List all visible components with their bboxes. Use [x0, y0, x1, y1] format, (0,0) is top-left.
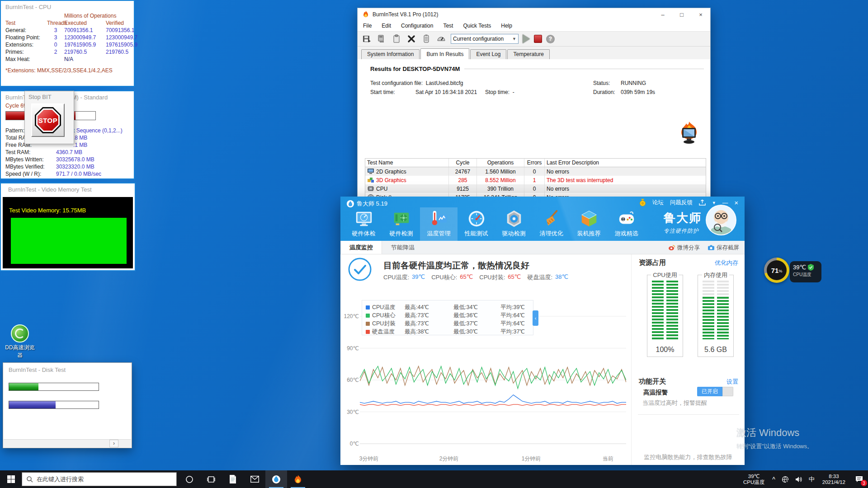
- optimize-memory-link[interactable]: 优化内存: [715, 259, 738, 267]
- tab-temperature[interactable]: Temperature: [507, 49, 549, 59]
- scroll-right-arrow[interactable]: ›: [109, 440, 118, 447]
- status-value: RUNNING: [621, 80, 646, 86]
- stop-bit-button[interactable]: STOP: [31, 103, 65, 137]
- tray-volume-icon[interactable]: [792, 470, 806, 488]
- tray-chevron-up-icon[interactable]: ^: [769, 470, 778, 488]
- forum-link[interactable]: 论坛: [652, 199, 664, 206]
- start-tests-button[interactable]: [523, 34, 530, 43]
- header-test-name[interactable]: Test Name: [365, 159, 449, 167]
- save-screenshot-button[interactable]: 保存截屏: [708, 244, 739, 252]
- nav-hardware-checkup[interactable]: 硬件体检: [345, 207, 382, 241]
- legend-collapse-button[interactable]: ‹: [533, 310, 538, 326]
- nav-game-picks[interactable]: 游戏精选: [608, 207, 645, 241]
- taskbar-notepad-app[interactable]: [222, 470, 244, 488]
- task-view-icon: [207, 476, 215, 483]
- activate-windows-watermark: 激活 Windows 转到“设置”以激活 Windows。: [736, 426, 813, 450]
- tab-event-log[interactable]: Event Log: [470, 49, 506, 59]
- notes-icon[interactable]: [421, 34, 432, 44]
- nav-temperature-management[interactable]: 温度管理: [420, 207, 458, 241]
- nav-performance-test[interactable]: 性能测试: [458, 207, 495, 241]
- nav-pc-builder[interactable]: 装机推荐: [570, 207, 608, 241]
- table-row[interactable]: CPU 9125 390 Trillion 0 No errors: [365, 184, 706, 193]
- window-title[interactable]: BurnInTest - Video Memory Test: [1, 183, 135, 195]
- gauge-icon[interactable]: [436, 34, 447, 44]
- cortana-button[interactable]: [179, 470, 200, 488]
- cfg-label: Test configuration file:: [370, 80, 423, 86]
- clipboard-icon[interactable]: [391, 34, 402, 44]
- stop-tests-button[interactable]: [534, 35, 542, 43]
- delete-icon[interactable]: [406, 34, 417, 44]
- performance-test-icon: [467, 209, 486, 228]
- taskbar-mail-app[interactable]: [244, 470, 265, 488]
- tab-temperature-monitor[interactable]: 温度监控: [340, 241, 382, 254]
- header-operations[interactable]: Operations: [477, 159, 524, 167]
- taskbar-search-box[interactable]: 在此键入进行搜索: [22, 472, 177, 486]
- menu-test[interactable]: Test: [443, 23, 453, 29]
- legend-swatch: [366, 314, 370, 318]
- taskbar-master-lu-app[interactable]: [265, 470, 287, 488]
- tab-system-information[interactable]: System Information: [361, 49, 420, 59]
- share-icon[interactable]: [699, 200, 706, 206]
- nav-driver-detect[interactable]: 驱动检测: [495, 207, 533, 241]
- max-heat-label: Max Heat:: [5, 56, 47, 63]
- notification-center-button[interactable]: 3: [850, 470, 868, 488]
- resource-usage-title: 资源占用: [639, 258, 666, 267]
- taskbar: 在此键入进行搜索 39℃ CPU温度 ^: [0, 470, 868, 488]
- toggle-knob: [722, 387, 733, 396]
- mail-icon: [250, 476, 259, 483]
- configuration-select[interactable]: Current configuration ▼: [451, 34, 519, 44]
- tab-burn-in-results[interactable]: Burn In Results: [420, 48, 469, 59]
- close-button[interactable]: ×: [691, 8, 710, 21]
- tray-clock[interactable]: 8:33 2021/4/12: [818, 474, 850, 485]
- switches-title: 功能开关: [639, 377, 666, 386]
- window-title[interactable]: BurnInTest - CPU: [1, 1, 134, 12]
- horizontal-scrollbar[interactable]: ›: [4, 439, 131, 447]
- hardware-detect-icon: [392, 209, 411, 228]
- minimize-button[interactable]: –: [653, 8, 672, 21]
- menu-quick-tests[interactable]: Quick Tests: [463, 23, 491, 29]
- close-button[interactable]: ×: [734, 199, 738, 206]
- settings-link[interactable]: 设置: [726, 378, 738, 386]
- menu-help[interactable]: Help: [501, 23, 512, 29]
- widget-temp-label: CPU温度: [793, 272, 818, 278]
- menu-file[interactable]: File: [363, 23, 372, 29]
- high-temp-alarm-toggle[interactable]: 已开启: [697, 387, 733, 396]
- tray-network-icon[interactable]: [778, 470, 792, 488]
- system-info-icon[interactable]: [376, 34, 387, 44]
- tray-cpu-temp[interactable]: 39℃ CPU温度: [739, 474, 769, 485]
- menu-edit[interactable]: Edit: [382, 23, 391, 29]
- tray-ime-indicator[interactable]: 中: [806, 470, 818, 488]
- header-cycle[interactable]: Cycle: [449, 159, 477, 167]
- header-errors[interactable]: Errors: [524, 159, 545, 167]
- desktop-icon-dd-browser[interactable]: DD高速浏览 器: [4, 324, 36, 359]
- header-last-error[interactable]: Last Error Description: [545, 159, 706, 167]
- taskbar-burnintest-app[interactable]: [287, 470, 309, 488]
- maximize-button[interactable]: □: [672, 8, 691, 21]
- master-lu-header[interactable]: 鲁大师 5.19 论坛 问题反馈 ▼ — × 硬件体检 硬件检测: [340, 197, 745, 241]
- weibo-share-button[interactable]: 微博分享: [669, 244, 700, 252]
- task-view-button[interactable]: [200, 470, 222, 488]
- feedback-link[interactable]: 问题反馈: [670, 199, 693, 206]
- y-tick: 120℃: [341, 313, 359, 319]
- medal-icon[interactable]: [639, 199, 646, 206]
- legend-row: CPU核心 最高:73℃最低:36℃平均:64℃: [362, 311, 533, 319]
- nav-hardware-detect[interactable]: 硬件检测: [382, 207, 420, 241]
- sub-tab-bar: 温度监控 节能降温 微博分享 保存截屏: [340, 241, 745, 254]
- table-row[interactable]: 3D Graphics 285 8.552 Million 1 The 3D t…: [365, 176, 706, 184]
- save-results-icon[interactable]: [361, 34, 372, 44]
- widget-usage-ring[interactable]: 71%: [764, 258, 789, 283]
- menu-configuration[interactable]: Configuration: [401, 23, 433, 29]
- x-tick: 2分钟前: [433, 455, 465, 463]
- series-硬盘温度: [360, 404, 626, 405]
- widget-leaf-icon: [808, 264, 814, 271]
- tab-energy-cooling[interactable]: 节能降温: [382, 241, 424, 254]
- table-row[interactable]: 2D Graphics 24767 1.560 Million 0 No err…: [365, 167, 706, 176]
- titlebar[interactable]: BurnInTest V8.1 Pro (1012) – □ ×: [358, 8, 710, 21]
- menu-dropdown-icon[interactable]: ▼: [712, 201, 716, 205]
- window-title[interactable]: BurnInTest - Disk Test: [3, 363, 132, 373]
- nav-cleanup-optimize[interactable]: 清理优化: [533, 207, 570, 241]
- start-button[interactable]: [0, 470, 22, 488]
- help-button[interactable]: ?: [546, 35, 555, 43]
- system-tray: 39℃ CPU温度 ^ 中 8:33 2021/4/12 3: [739, 470, 868, 488]
- mascot-avatar[interactable]: [706, 205, 736, 235]
